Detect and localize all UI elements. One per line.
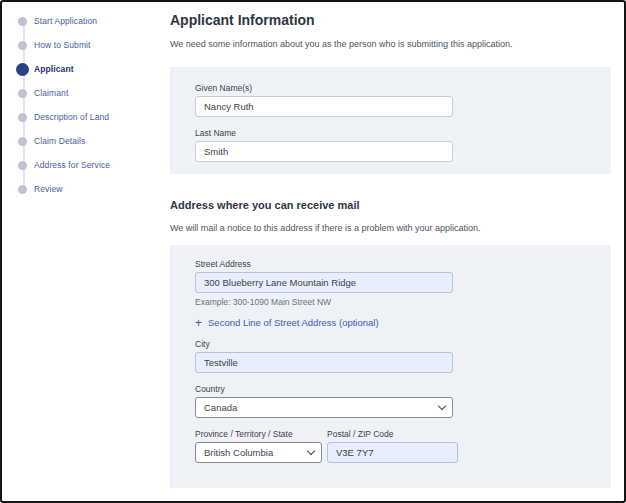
step-label: Description of Land	[34, 112, 109, 122]
city-label: City	[195, 339, 586, 349]
last-name-input[interactable]	[195, 141, 453, 162]
street-address-label: Street Address	[195, 259, 586, 269]
stepper-sidebar: Start Application How to Submit Applican…	[16, 9, 162, 201]
given-name-label: Given Name(s)	[195, 83, 586, 93]
step-label: Start Application	[34, 16, 97, 26]
given-name-input[interactable]	[195, 96, 453, 117]
step-dot-icon	[18, 41, 27, 50]
step-dot-icon	[18, 185, 27, 194]
step-label: Address for Service	[34, 160, 110, 170]
province-postal-row: Province / Territory / State British Col…	[195, 429, 586, 463]
sidebar-item-claimant[interactable]: Claimant	[16, 81, 162, 105]
add-second-line-link[interactable]: + Second Line of Street Address (optiona…	[195, 318, 586, 328]
page-intro: We need some information about you as th…	[170, 39, 513, 49]
step-label: How to Submit	[34, 40, 91, 50]
step-dot-active-icon	[16, 63, 29, 76]
province-select[interactable]: British Columbia	[195, 442, 322, 463]
sidebar-item-review[interactable]: Review	[16, 177, 162, 201]
sidebar-item-how-to-submit[interactable]: How to Submit	[16, 33, 162, 57]
address-panel: Street Address Example: 300-1090 Main St…	[170, 245, 611, 488]
step-dot-icon	[18, 161, 27, 170]
step-dot-icon	[18, 89, 27, 98]
step-label: Claimant	[34, 88, 68, 98]
sidebar-item-claim-details[interactable]: Claim Details	[16, 129, 162, 153]
step-label: Claim Details	[34, 136, 85, 146]
country-label: Country	[195, 384, 586, 394]
step-dot-icon	[18, 113, 27, 122]
sidebar-item-start-application[interactable]: Start Application	[16, 9, 162, 33]
name-panel: Given Name(s) Last Name	[170, 67, 611, 174]
step-dot-icon	[18, 137, 27, 146]
country-select-wrap: Canada	[195, 397, 453, 418]
application-form-page: Start Application How to Submit Applican…	[0, 0, 626, 503]
postal-code-input[interactable]	[327, 442, 458, 463]
province-select-wrap: British Columbia	[195, 442, 322, 463]
step-label: Applicant	[34, 64, 74, 74]
step-label: Review	[34, 184, 62, 194]
step-dot-icon	[18, 17, 27, 26]
postal-code-label: Postal / ZIP Code	[327, 429, 458, 439]
sidebar-item-address-for-service[interactable]: Address for Service	[16, 153, 162, 177]
last-name-label: Last Name	[195, 128, 586, 138]
street-address-input[interactable]	[195, 272, 453, 293]
address-section-heading: Address where you can receive mail	[170, 199, 360, 211]
address-section-intro: We will mail a notice to this address if…	[170, 223, 480, 233]
country-select[interactable]: Canada	[195, 397, 453, 418]
city-input[interactable]	[195, 352, 453, 373]
add-second-line-label: Second Line of Street Address (optional)	[208, 318, 379, 328]
page-title: Applicant Information	[170, 12, 315, 28]
sidebar-item-description-of-land[interactable]: Description of Land	[16, 105, 162, 129]
plus-icon: +	[195, 318, 202, 328]
sidebar-item-applicant[interactable]: Applicant	[16, 57, 162, 81]
street-address-hint: Example: 300-1090 Main Street NW	[195, 298, 586, 307]
province-label: Province / Territory / State	[195, 429, 322, 439]
